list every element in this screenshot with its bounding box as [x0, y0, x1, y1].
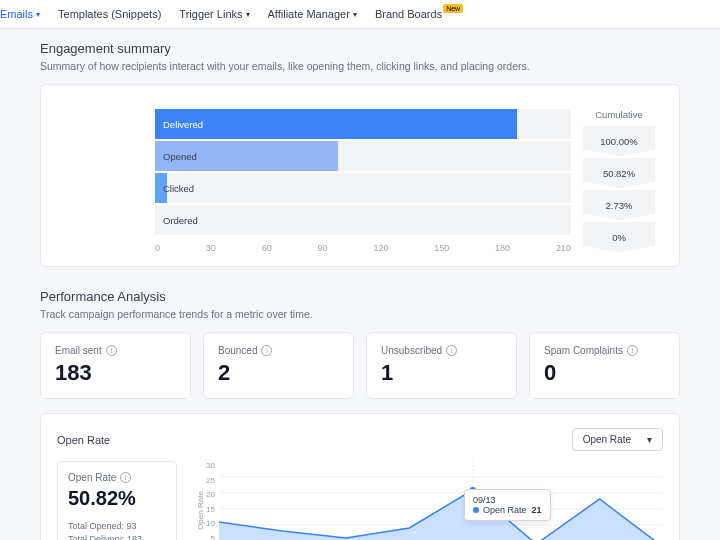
nav-emails[interactable]: Emails▾: [0, 8, 40, 20]
stat-unsubscribed-value: 1: [381, 360, 502, 386]
nav-trigger-links[interactable]: Trigger Links▾: [179, 8, 249, 20]
performance-title: Performance Analysis: [40, 289, 680, 304]
chevron-down-icon: ▾: [246, 10, 250, 19]
bar-delivered: Delivered: [155, 109, 571, 139]
bar-label-clicked: Clicked: [155, 183, 194, 194]
open-rate-card: Open Rate Open Rate ▾ Open Ratei 50.82% …: [40, 413, 680, 540]
stat-unsubscribed: Unsubscribedi 1: [366, 332, 517, 399]
bar-clicked: Clicked: [155, 173, 571, 203]
stat-row: Email senti 183 Bouncedi 2 Unsubscribedi…: [40, 332, 680, 399]
engagement-title: Engagement summary: [40, 41, 680, 56]
nav-affiliate[interactable]: Affiliate Manager▾: [268, 8, 357, 20]
chevron-down-icon: ▾: [647, 434, 652, 445]
y-axis: 30 25 20 15 10 5 0: [195, 461, 215, 540]
stat-spam: Spam Complaintsi 0: [529, 332, 680, 399]
stat-email-sent-value: 183: [55, 360, 176, 386]
open-rate-percent: 50.82%: [68, 487, 166, 510]
chevron-down-icon: ▾: [36, 10, 40, 19]
cumulative-ordered: 0%: [583, 222, 655, 252]
cumulative-header: Cumulative: [583, 109, 655, 120]
top-nav: Emails▾ Templates (Snippets) Trigger Lin…: [0, 0, 720, 29]
performance-section: Performance Analysis Track campaign perf…: [40, 289, 680, 540]
info-icon[interactable]: i: [446, 345, 457, 356]
cumulative-opened: 50.82%: [583, 158, 655, 188]
cumulative-clicked: 2.73%: [583, 190, 655, 220]
bar-opened: Opened: [155, 141, 571, 171]
stat-spam-value: 0: [544, 360, 665, 386]
dot-icon: [473, 507, 479, 513]
engagement-bars: Delivered Opened Clicked Ordered 0 30 60: [155, 109, 583, 254]
bar-label-ordered: Ordered: [155, 215, 198, 226]
info-icon[interactable]: i: [106, 345, 117, 356]
chevron-down-icon: ▾: [353, 10, 357, 19]
bar-ordered: Ordered: [155, 205, 571, 235]
engagement-subtitle: Summary of how recipients interact with …: [40, 60, 680, 72]
cumulative-delivered: 100.00%: [583, 126, 655, 156]
open-rate-summary: Open Ratei 50.82% Total Opened: 93 Total…: [57, 461, 177, 540]
stat-bounced-value: 2: [218, 360, 339, 386]
total-opened: Total Opened: 93: [68, 520, 166, 533]
stat-email-sent: Email senti 183: [40, 332, 191, 399]
new-badge: New: [443, 4, 463, 13]
open-rate-chart: Open Rate 30 25 20 15 10 5 0: [195, 461, 663, 540]
nav-templates[interactable]: Templates (Snippets): [58, 8, 161, 20]
open-rate-title: Open Rate: [57, 434, 110, 446]
area-chart-svg: [219, 461, 663, 540]
chart-tooltip: 09/13 Open Rate 21: [464, 489, 551, 521]
metric-select[interactable]: Open Rate ▾: [572, 428, 663, 451]
bar-label-opened: Opened: [155, 151, 197, 162]
info-icon[interactable]: i: [627, 345, 638, 356]
nav-brand-boards[interactable]: Brand BoardsNew: [375, 8, 465, 20]
total-delivery: Total Delivery: 183: [68, 533, 166, 540]
cumulative-column: Cumulative 100.00% 50.82% 2.73% 0%: [583, 109, 655, 254]
engagement-card: Delivered Opened Clicked Ordered 0 30 60: [40, 84, 680, 267]
engagement-section: Engagement summary Summary of how recipi…: [40, 41, 680, 267]
info-icon[interactable]: i: [120, 472, 131, 483]
engagement-x-axis: 0 30 60 90 120 150 180 210: [155, 237, 571, 253]
bar-label-delivered: Delivered: [155, 119, 203, 130]
performance-subtitle: Track campaign performance trends for a …: [40, 308, 680, 320]
stat-bounced: Bouncedi 2: [203, 332, 354, 399]
info-icon[interactable]: i: [261, 345, 272, 356]
